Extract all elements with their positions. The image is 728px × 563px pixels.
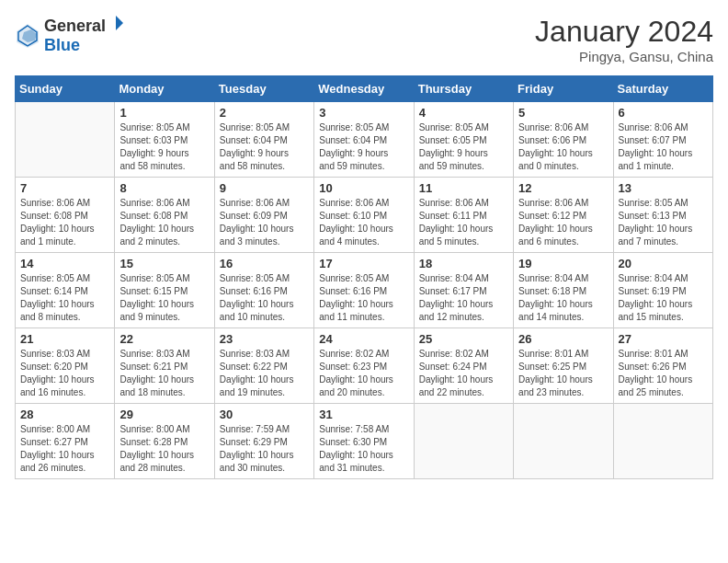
calendar-subtitle: Pingya, Gansu, China [535, 49, 713, 64]
header-row: SundayMondayTuesdayWednesdayThursdayFrid… [16, 76, 713, 102]
day-number: 30 [220, 408, 309, 421]
logo-shape [108, 15, 124, 31]
day-info: Sunrise: 7:59 AM Sunset: 6:29 PM Dayligh… [220, 423, 309, 475]
day-number: 4 [419, 106, 508, 120]
calendar-cell [414, 404, 513, 479]
calendar-table: SundayMondayTuesdayWednesdayThursdayFrid… [15, 75, 713, 479]
day-info: Sunrise: 8:05 AM Sunset: 6:16 PM Dayligh… [319, 272, 408, 324]
calendar-cell: 17Sunrise: 8:05 AM Sunset: 6:16 PM Dayli… [314, 253, 414, 328]
day-number: 29 [119, 408, 209, 421]
calendar-cell: 22Sunrise: 8:03 AM Sunset: 6:21 PM Dayli… [115, 328, 214, 404]
day-number: 19 [518, 257, 608, 270]
day-info: Sunrise: 8:04 AM Sunset: 6:19 PM Dayligh… [619, 272, 708, 324]
day-number: 7 [20, 181, 109, 195]
day-number: 5 [518, 106, 608, 120]
day-info: Sunrise: 8:06 AM Sunset: 6:08 PM Dayligh… [119, 197, 209, 248]
calendar-cell: 28Sunrise: 8:00 AM Sunset: 6:27 PM Dayli… [16, 404, 115, 479]
calendar-cell: 2Sunrise: 8:05 AM Sunset: 6:04 PM Daylig… [214, 102, 313, 178]
calendar-cell: 11Sunrise: 8:06 AM Sunset: 6:11 PM Dayli… [414, 178, 513, 253]
day-info: Sunrise: 8:03 AM Sunset: 6:21 PM Dayligh… [119, 348, 209, 399]
calendar-cell: 1Sunrise: 8:05 AM Sunset: 6:03 PM Daylig… [115, 102, 214, 178]
calendar-cell: 7Sunrise: 8:06 AM Sunset: 6:08 PM Daylig… [16, 178, 115, 253]
day-number: 26 [518, 332, 608, 346]
header-tuesday: Tuesday [214, 76, 313, 102]
calendar-cell [613, 404, 712, 479]
day-info: Sunrise: 8:01 AM Sunset: 6:25 PM Dayligh… [518, 348, 608, 399]
week-row-1: 1Sunrise: 8:05 AM Sunset: 6:03 PM Daylig… [16, 102, 713, 178]
calendar-cell: 8Sunrise: 8:06 AM Sunset: 6:08 PM Daylig… [115, 178, 214, 253]
day-info: Sunrise: 8:00 AM Sunset: 6:27 PM Dayligh… [20, 423, 109, 475]
day-number: 2 [220, 106, 309, 120]
week-row-3: 14Sunrise: 8:05 AM Sunset: 6:14 PM Dayli… [16, 253, 713, 328]
day-info: Sunrise: 7:58 AM Sunset: 6:30 PM Dayligh… [319, 423, 408, 475]
calendar-cell: 19Sunrise: 8:04 AM Sunset: 6:18 PM Dayli… [514, 253, 613, 328]
calendar-cell: 16Sunrise: 8:05 AM Sunset: 6:16 PM Dayli… [214, 253, 313, 328]
calendar-cell: 27Sunrise: 8:01 AM Sunset: 6:26 PM Dayli… [613, 328, 712, 404]
day-number: 11 [419, 181, 508, 195]
calendar-title: January 2024 [535, 15, 713, 49]
header-friday: Friday [514, 76, 613, 102]
day-info: Sunrise: 8:03 AM Sunset: 6:20 PM Dayligh… [20, 348, 109, 399]
day-info: Sunrise: 8:06 AM Sunset: 6:10 PM Dayligh… [319, 197, 408, 248]
day-number: 6 [619, 106, 708, 120]
calendar-cell: 5Sunrise: 8:06 AM Sunset: 6:06 PM Daylig… [514, 102, 613, 178]
day-number: 24 [319, 332, 408, 346]
calendar-cell: 3Sunrise: 8:05 AM Sunset: 6:04 PM Daylig… [314, 102, 414, 178]
page-header: General Blue January 2024 Pingya, Gansu,… [15, 15, 713, 64]
day-number: 13 [619, 181, 708, 195]
header-saturday: Saturday [613, 76, 712, 102]
logo-icon [15, 22, 40, 48]
day-info: Sunrise: 8:05 AM Sunset: 6:04 PM Dayligh… [220, 121, 309, 173]
calendar-cell: 29Sunrise: 8:00 AM Sunset: 6:28 PM Dayli… [115, 404, 214, 479]
header-wednesday: Wednesday [314, 76, 414, 102]
calendar-cell: 6Sunrise: 8:06 AM Sunset: 6:07 PM Daylig… [613, 102, 712, 178]
day-number: 28 [20, 408, 109, 421]
day-info: Sunrise: 8:04 AM Sunset: 6:18 PM Dayligh… [518, 272, 608, 324]
calendar-cell [16, 102, 115, 178]
day-info: Sunrise: 8:05 AM Sunset: 6:03 PM Dayligh… [119, 121, 209, 173]
calendar-cell: 12Sunrise: 8:06 AM Sunset: 6:12 PM Dayli… [514, 178, 613, 253]
day-info: Sunrise: 8:05 AM Sunset: 6:04 PM Dayligh… [319, 121, 408, 173]
day-info: Sunrise: 8:05 AM Sunset: 6:16 PM Dayligh… [220, 272, 309, 324]
calendar-cell: 4Sunrise: 8:05 AM Sunset: 6:05 PM Daylig… [414, 102, 513, 178]
calendar-cell: 20Sunrise: 8:04 AM Sunset: 6:19 PM Dayli… [613, 253, 712, 328]
logo-text-block: General Blue [44, 15, 124, 55]
day-number: 10 [319, 181, 408, 195]
week-row-2: 7Sunrise: 8:06 AM Sunset: 6:08 PM Daylig… [16, 178, 713, 253]
day-number: 8 [119, 181, 209, 195]
calendar-cell: 26Sunrise: 8:01 AM Sunset: 6:25 PM Dayli… [514, 328, 613, 404]
day-number: 27 [619, 332, 708, 346]
day-info: Sunrise: 8:06 AM Sunset: 6:07 PM Dayligh… [619, 121, 708, 173]
calendar-cell: 24Sunrise: 8:02 AM Sunset: 6:23 PM Dayli… [314, 328, 414, 404]
day-info: Sunrise: 8:06 AM Sunset: 6:08 PM Dayligh… [20, 197, 109, 248]
week-row-4: 21Sunrise: 8:03 AM Sunset: 6:20 PM Dayli… [16, 328, 713, 404]
calendar-cell: 21Sunrise: 8:03 AM Sunset: 6:20 PM Dayli… [16, 328, 115, 404]
day-number: 31 [319, 408, 408, 421]
day-info: Sunrise: 8:06 AM Sunset: 6:11 PM Dayligh… [419, 197, 508, 248]
day-info: Sunrise: 8:05 AM Sunset: 6:13 PM Dayligh… [619, 197, 708, 248]
day-info: Sunrise: 8:06 AM Sunset: 6:09 PM Dayligh… [220, 197, 309, 248]
calendar-cell: 15Sunrise: 8:05 AM Sunset: 6:15 PM Dayli… [115, 253, 214, 328]
logo: General Blue [15, 15, 124, 55]
header-thursday: Thursday [414, 76, 513, 102]
day-number: 12 [518, 181, 608, 195]
day-info: Sunrise: 8:03 AM Sunset: 6:22 PM Dayligh… [220, 348, 309, 399]
day-info: Sunrise: 8:05 AM Sunset: 6:15 PM Dayligh… [119, 272, 209, 324]
day-number: 15 [119, 257, 209, 270]
day-number: 18 [419, 257, 508, 270]
day-number: 20 [619, 257, 708, 270]
day-number: 22 [119, 332, 209, 346]
calendar-cell: 13Sunrise: 8:05 AM Sunset: 6:13 PM Dayli… [613, 178, 712, 253]
calendar-cell: 18Sunrise: 8:04 AM Sunset: 6:17 PM Dayli… [414, 253, 513, 328]
day-info: Sunrise: 8:06 AM Sunset: 6:12 PM Dayligh… [518, 197, 608, 248]
day-info: Sunrise: 8:00 AM Sunset: 6:28 PM Dayligh… [119, 423, 209, 475]
header-monday: Monday [115, 76, 214, 102]
day-info: Sunrise: 8:01 AM Sunset: 6:26 PM Dayligh… [619, 348, 708, 399]
calendar-cell: 9Sunrise: 8:06 AM Sunset: 6:09 PM Daylig… [214, 178, 313, 253]
day-number: 3 [319, 106, 408, 120]
calendar-cell: 14Sunrise: 8:05 AM Sunset: 6:14 PM Dayli… [16, 253, 115, 328]
calendar-cell: 10Sunrise: 8:06 AM Sunset: 6:10 PM Dayli… [314, 178, 414, 253]
calendar-cell [514, 404, 613, 479]
day-number: 25 [419, 332, 508, 346]
day-number: 14 [20, 257, 109, 270]
